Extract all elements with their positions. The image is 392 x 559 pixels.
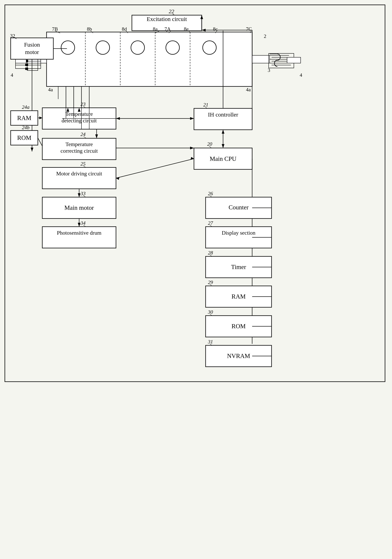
excitation-circuit-label: Excitation circuit	[147, 16, 187, 22]
main-cpu-label: Main CPU	[210, 155, 236, 162]
coil-1	[61, 41, 75, 54]
coil-2	[96, 41, 110, 54]
spring-right-end	[287, 57, 301, 63]
ref-7b-label: 7B	[52, 26, 58, 32]
ref-8e-label: 8e	[184, 26, 189, 32]
motor-driving-label1: Motor driving circuit	[56, 170, 102, 177]
ref-33-label: 33	[80, 191, 86, 196]
ref-20-label: 20	[207, 141, 212, 147]
ref-8a-label: 8a	[153, 26, 158, 32]
fusion-motor-label-line2: motor	[25, 49, 39, 55]
coil-3	[131, 41, 144, 54]
ref-4-left-label: 4	[11, 72, 13, 78]
ref-34-label: 34	[80, 220, 86, 226]
ref-27-label: 27	[208, 220, 213, 226]
ref-2-label: 2	[264, 33, 266, 39]
ref-8c-label: 8c	[213, 26, 218, 32]
ref-3-label: 3	[268, 67, 270, 73]
ref-4a-right-label: 4a	[246, 87, 251, 93]
display-section-label1: Display section	[222, 230, 255, 236]
ref-28-label: 28	[208, 250, 213, 256]
ref-29-label: 29	[208, 280, 213, 285]
diagram: 22 Excitation circuit	[0, 0, 392, 559]
fusion-motor-label-line1: Fusion	[24, 41, 40, 48]
ref-22: 22	[169, 8, 174, 14]
coil-5	[203, 41, 216, 54]
shaft-right	[252, 55, 270, 63]
ref-21-label: 21	[203, 102, 208, 108]
ref-4a-left-label: 4a	[48, 87, 53, 93]
ref-32-label: 32	[10, 33, 15, 39]
ih-controller-label1: IH controller	[208, 111, 238, 118]
ref-25-label: 25	[80, 161, 86, 167]
temp-detecting-label1: Temperature	[65, 111, 93, 117]
ref-24a-label: 24a	[22, 104, 29, 110]
ref-30-label: 30	[208, 309, 213, 315]
rom-main-label: ROM	[232, 323, 246, 330]
roller-assembly	[46, 32, 252, 86]
main-motor-label: Main motor	[64, 204, 94, 211]
rom-24b-text: ROM	[17, 134, 31, 141]
ref-8d-label: 8d	[122, 26, 127, 32]
ram-24a-text: RAM	[17, 114, 31, 121]
ref-8b-label: 8b	[87, 26, 92, 32]
ref-7a-label: 7A	[164, 26, 171, 32]
ref-26-label: 26	[208, 191, 213, 196]
ref-23-label: 23	[80, 101, 86, 107]
fusion-motor-box	[11, 38, 53, 59]
ref-31-label: 31	[208, 339, 213, 345]
ref-24b-label: 24b	[22, 125, 29, 130]
coil-4	[166, 41, 179, 54]
timer-label: Timer	[231, 263, 246, 270]
photosensitive-drum-label1: Photosensitive drum	[57, 230, 101, 236]
counter-label: Counter	[229, 204, 249, 211]
temp-correcting-label1: Temperature	[65, 141, 93, 147]
ref-7c-label: 7C	[246, 26, 252, 32]
ram-main-label: RAM	[232, 293, 246, 300]
temp-correcting-label2: correcting circuit	[61, 148, 98, 154]
nvram-label: NVRAM	[227, 352, 250, 359]
ref-24-label: 24	[80, 131, 86, 137]
ref-4-right-label: 4	[300, 72, 302, 78]
